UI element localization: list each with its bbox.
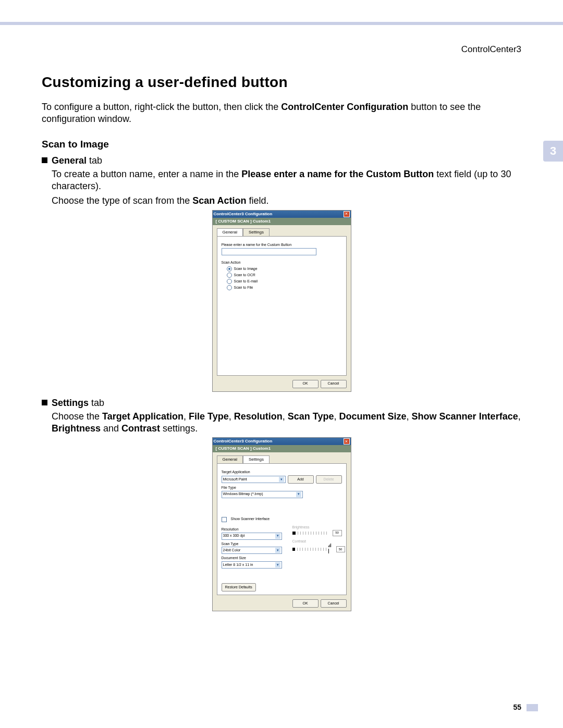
intro-pre: To configure a button, right-click the b… xyxy=(42,102,281,112)
general-rest: tab xyxy=(87,155,102,166)
bullet-general: General tab xyxy=(42,155,521,167)
show-scanner-interface-checkbox[interactable]: Show Scanner Interface xyxy=(222,517,342,522)
dialog-title: ControlCenter3 Configuration xyxy=(214,212,273,217)
slider-knob-icon xyxy=(292,548,296,551)
document-size-select[interactable]: Letter 8 1/2 x 11 in xyxy=(222,561,282,569)
radio-icon xyxy=(227,273,232,278)
label-target-app: Target Application xyxy=(222,470,342,475)
radio-icon xyxy=(227,266,232,272)
bullet-settings: Settings tab xyxy=(42,397,521,409)
chevron-down-icon xyxy=(279,477,284,482)
radio-scan-to-email[interactable]: Scan to E-mail xyxy=(227,279,342,284)
tab-settings[interactable]: Settings xyxy=(243,228,270,236)
brightness-value[interactable]: 50 xyxy=(333,530,342,536)
cancel-button[interactable]: Cancel xyxy=(321,380,347,388)
chapter-tab: 3 xyxy=(543,141,563,162)
label-contrast: Contrast xyxy=(292,539,345,544)
label-scan-action: Scan Action xyxy=(222,261,342,265)
chevron-down-icon xyxy=(275,562,280,567)
ok-button[interactable]: OK xyxy=(292,380,319,388)
intro-paragraph: To configure a button, right-click the b… xyxy=(42,101,521,125)
page-top-bar xyxy=(0,22,563,25)
delete-button[interactable]: Delete xyxy=(316,475,342,484)
settings-desc: Choose the Target Application, File Type… xyxy=(52,411,521,434)
radio-icon xyxy=(227,279,232,284)
brightness-slider[interactable]: 50 xyxy=(292,530,345,536)
label-scan-type: Scan Type xyxy=(222,542,282,547)
tab-pane-general: Please enter a name for the Custom Butto… xyxy=(217,236,347,376)
tab-general[interactable]: General xyxy=(217,455,243,463)
tab-general[interactable]: General xyxy=(217,228,243,236)
dialog-general: ControlCenter3 Configuration × [ CUSTOM … xyxy=(212,210,351,392)
slider-knob-icon xyxy=(292,532,296,535)
add-button[interactable]: Add xyxy=(288,475,314,484)
dialog-titlebar: ControlCenter3 Configuration × xyxy=(213,211,351,218)
target-application-select[interactable]: Microsoft Paint xyxy=(222,476,286,483)
page-number-bar xyxy=(527,704,538,711)
radio-scan-to-ocr[interactable]: Scan to OCR xyxy=(227,273,342,278)
close-icon[interactable]: × xyxy=(344,438,350,445)
label-resolution: Resolution xyxy=(222,527,282,532)
cancel-button[interactable]: Cancel xyxy=(321,599,347,608)
general-desc-1: To create a button name, enter a name in… xyxy=(52,168,521,192)
tab-pane-settings: Target Application Microsoft Paint Add D… xyxy=(217,463,347,595)
page-number: 55 xyxy=(513,703,521,711)
chevron-down-icon xyxy=(296,492,301,497)
square-bullet-icon xyxy=(42,400,47,405)
radio-scan-to-file[interactable]: Scan to File xyxy=(227,285,342,290)
general-bold: General xyxy=(52,155,87,166)
tab-strip: General Settings xyxy=(217,455,347,463)
restore-defaults-button[interactable]: Restore Defaults xyxy=(222,583,256,591)
dialog-titlebar: ControlCenter3 Configuration × xyxy=(213,438,351,445)
label-brightness: Brightness xyxy=(292,525,345,530)
header-product-name: ControlCenter3 xyxy=(461,44,521,55)
checkbox-icon xyxy=(222,517,227,522)
close-icon[interactable]: × xyxy=(344,211,350,217)
scan-type-select[interactable]: 24bit Color xyxy=(222,547,282,554)
slider-track xyxy=(298,532,329,535)
chevron-down-icon xyxy=(275,534,280,539)
dialog-subheader: [ CUSTOM SCAN ] Custom1 xyxy=(213,445,351,452)
dialog-title: ControlCenter3 Configuration xyxy=(214,439,273,444)
dialog-settings: ControlCenter3 Configuration × [ CUSTOM … xyxy=(212,437,351,611)
intro-bold: ControlCenter Configuration xyxy=(281,102,408,112)
resolution-select[interactable]: 300 x 300 dpi xyxy=(222,533,282,540)
contrast-bars-icon xyxy=(328,544,332,555)
page-title: Customizing a user-defined button xyxy=(42,74,288,91)
file-type-select[interactable]: Windows Bitmap (*.bmp) xyxy=(222,491,303,498)
label-name: Please enter a name for the Custom Butto… xyxy=(222,243,342,248)
radio-scan-to-image[interactable]: Scan to Image xyxy=(227,266,342,272)
dialog-subheader: [ CUSTOM SCAN ] Custom1 xyxy=(213,218,351,225)
tab-settings[interactable]: Settings xyxy=(243,455,270,463)
label-file-type: File Type xyxy=(222,486,342,490)
settings-bold: Settings xyxy=(52,398,89,408)
chevron-down-icon xyxy=(275,548,280,553)
tab-strip: General Settings xyxy=(217,228,347,236)
contrast-value[interactable]: 50 xyxy=(336,546,345,552)
ok-button[interactable]: OK xyxy=(292,599,319,608)
general-desc-2: Choose the type of scan from the Scan Ac… xyxy=(52,195,521,207)
settings-rest: tab xyxy=(89,398,104,408)
contrast-slider[interactable]: 50 xyxy=(292,544,345,555)
square-bullet-icon xyxy=(42,157,47,163)
section-heading: Scan to Image xyxy=(42,138,521,151)
label-document-size: Document Size xyxy=(222,556,282,561)
radio-icon xyxy=(227,285,232,290)
custom-button-name-input[interactable] xyxy=(222,248,316,255)
slider-track xyxy=(297,548,326,551)
